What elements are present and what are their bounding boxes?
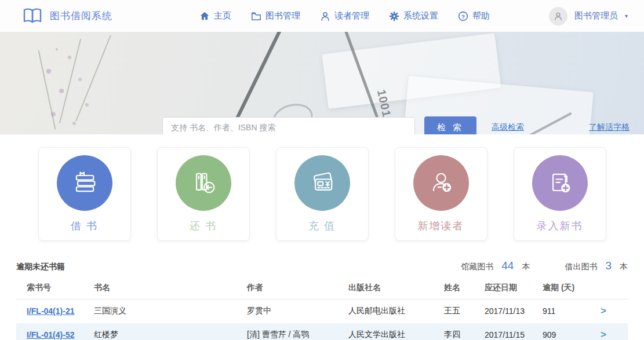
person-icon bbox=[320, 11, 330, 21]
advanced-search-link[interactable]: 高级检索 bbox=[492, 122, 524, 133]
action-card-return[interactable]: 还 书 bbox=[157, 147, 250, 241]
hero-decoration bbox=[38, 50, 56, 129]
hero-decoration bbox=[75, 35, 111, 121]
overdue-books-table: 索书号 书名 作者 出版社名 姓名 应还日期 逾期 (天) I/FL-04(1)… bbox=[16, 278, 628, 340]
hero-decoration bbox=[59, 39, 81, 123]
add-reader-icon bbox=[413, 155, 469, 211]
hero-photo-text: 1001 bbox=[374, 88, 394, 118]
cell-publisher: 人民邮电出版社 bbox=[345, 299, 441, 323]
action-label: 还 书 bbox=[190, 219, 217, 233]
return-books-icon bbox=[176, 155, 231, 211]
app-title: 图书借阅系统 bbox=[50, 9, 112, 23]
hero-decoration-flowers bbox=[56, 48, 58, 50]
row-chevron-right-icon[interactable]: > bbox=[601, 305, 606, 316]
svg-text:?: ? bbox=[461, 13, 465, 19]
nav-item-home[interactable]: 主页 bbox=[199, 10, 231, 21]
action-label: 借 书 bbox=[71, 219, 98, 233]
nav-label: 图书管理 bbox=[265, 10, 300, 21]
col-header-title: 书名 bbox=[90, 278, 243, 299]
user-menu[interactable]: 图书管理员 ▾ bbox=[549, 7, 628, 25]
question-icon: ? bbox=[458, 11, 468, 21]
cell-author: [清] 曹雪芹 / 高鹗 bbox=[243, 323, 345, 340]
nav-label: 读者管理 bbox=[334, 10, 369, 21]
library-stats: 馆藏图书 44 本 借出图书 3 本 bbox=[461, 259, 628, 272]
row-chevron-right-icon[interactable]: > bbox=[601, 329, 606, 340]
nav-item-readers[interactable]: 读者管理 bbox=[320, 10, 369, 21]
col-header-author: 作者 bbox=[243, 278, 345, 299]
add-book-icon bbox=[532, 155, 588, 211]
stat-value: 3 bbox=[605, 259, 612, 272]
quick-actions: 借 书 还 书 充 值 bbox=[0, 134, 644, 251]
cell-publisher: 人民文学出版社 bbox=[345, 323, 441, 340]
home-icon bbox=[199, 11, 210, 21]
section-title: 逾期未还书籍 bbox=[16, 262, 65, 272]
open-book-logo-icon bbox=[22, 8, 43, 25]
action-card-borrow[interactable]: 借 书 bbox=[38, 147, 131, 241]
cell-due-date: 2017/11/15 bbox=[481, 323, 539, 340]
cell-overdue-days: 911 bbox=[539, 299, 597, 323]
main-menu: 主页 图书管理 读者管理 bbox=[199, 10, 490, 21]
call-no-link[interactable]: I/FL-01(4)-52 bbox=[27, 330, 74, 339]
hero-banner: 1001 检 索 高级检索 了解活字格 bbox=[0, 32, 644, 134]
action-card-add-book[interactable]: 录入新书 bbox=[514, 147, 606, 241]
nav-label: 主页 bbox=[214, 10, 231, 21]
hero-decoration bbox=[322, 33, 501, 109]
cell-name: 李四 bbox=[441, 323, 481, 340]
action-card-recharge[interactable]: 充 值 bbox=[276, 147, 369, 241]
avatar-person-icon bbox=[554, 12, 563, 21]
col-header-empty bbox=[597, 278, 628, 299]
stat-label: 馆藏图书 bbox=[461, 262, 493, 272]
nav-label: 帮助 bbox=[472, 10, 490, 21]
chevron-down-icon: ▾ bbox=[625, 13, 628, 19]
action-card-add-reader[interactable]: 新增读者 bbox=[395, 147, 487, 241]
nav-label: 系统设置 bbox=[403, 10, 438, 21]
borrow-books-icon bbox=[57, 155, 112, 211]
cell-name: 王五 bbox=[441, 299, 481, 323]
folder-icon bbox=[251, 11, 261, 21]
stat-value: 44 bbox=[501, 259, 514, 272]
action-label: 录入新书 bbox=[537, 219, 583, 233]
action-label: 新增读者 bbox=[418, 219, 464, 233]
cell-due-date: 2017/11/13 bbox=[481, 299, 539, 323]
overdue-section-header: 逾期未还书籍 馆藏图书 44 本 借出图书 3 本 bbox=[0, 251, 644, 278]
learn-link[interactable]: 了解活字格 bbox=[589, 122, 630, 133]
col-header-due-date: 应还日期 bbox=[481, 278, 539, 299]
table-header-row: 索书号 书名 作者 出版社名 姓名 应还日期 逾期 (天) bbox=[16, 278, 628, 299]
col-header-name: 姓名 bbox=[441, 278, 481, 299]
col-header-publisher: 出版社名 bbox=[345, 278, 441, 299]
cell-overdue-days: 909 bbox=[539, 323, 597, 340]
action-label: 充 值 bbox=[308, 219, 336, 233]
search-input[interactable] bbox=[162, 117, 415, 135]
table-row: I/FL-01(4)-52 红楼梦 [清] 曹雪芹 / 高鹗 人民文学出版社 李… bbox=[16, 323, 628, 340]
app-logo[interactable]: 图书借阅系统 bbox=[22, 8, 112, 25]
stat-unit: 本 bbox=[522, 262, 530, 272]
stat-unit: 本 bbox=[620, 262, 628, 272]
col-header-call-no: 索书号 bbox=[16, 278, 90, 299]
stat-label: 借出图书 bbox=[565, 262, 597, 272]
nav-item-help[interactable]: ? 帮助 bbox=[458, 10, 490, 21]
search-bar: 检 索 高级检索 了解活字格 bbox=[162, 116, 630, 134]
stat-lent: 借出图书 3 本 bbox=[565, 259, 628, 272]
call-no-link[interactable]: I/FL-04(1)-21 bbox=[27, 306, 74, 316]
nav-item-books[interactable]: 图书管理 bbox=[251, 10, 300, 21]
cell-title: 红楼梦 bbox=[90, 323, 243, 340]
cell-author: 罗贯中 bbox=[243, 299, 345, 323]
nav-item-settings[interactable]: 系统设置 bbox=[389, 10, 438, 21]
user-avatar bbox=[549, 7, 567, 25]
table-row: I/FL-04(1)-21 三国演义 罗贯中 人民邮电出版社 王五 2017/1… bbox=[16, 299, 628, 323]
col-header-overdue-days: 逾期 (天) bbox=[539, 278, 597, 299]
gear-icon bbox=[389, 11, 399, 21]
cell-title: 三国演义 bbox=[90, 299, 243, 323]
recharge-card-icon bbox=[294, 155, 350, 211]
top-navbar: 图书借阅系统 主页 图书管理 读者管理 bbox=[0, 0, 644, 32]
user-role-label: 图书管理员 bbox=[574, 10, 618, 21]
search-button[interactable]: 检 索 bbox=[424, 116, 476, 134]
stat-collection: 馆藏图书 44 本 bbox=[461, 259, 530, 272]
